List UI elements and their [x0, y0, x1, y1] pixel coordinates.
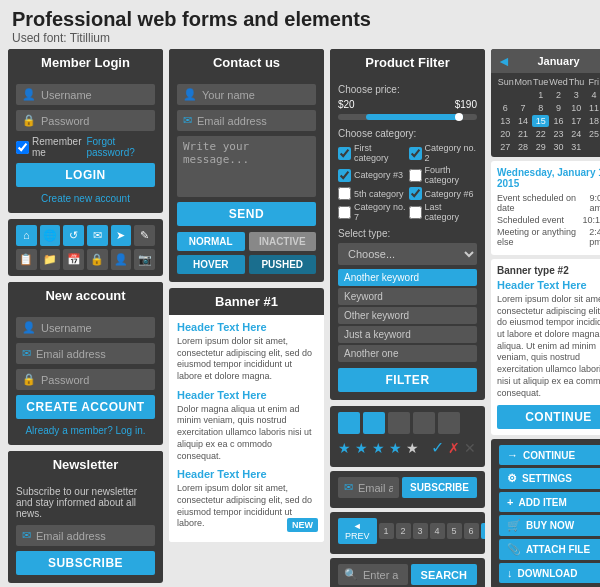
sub-email-input[interactable] — [358, 482, 393, 494]
cal-day-20[interactable]: 18 — [586, 115, 600, 127]
keyword-3[interactable]: Other keyword — [338, 307, 477, 324]
btn-normal[interactable]: NORMAL — [177, 232, 245, 251]
cal-day-23[interactable]: 21 — [515, 128, 532, 140]
new-username-input[interactable] — [41, 322, 149, 334]
action-btn-continue[interactable]: →CONTINUE — [499, 445, 600, 465]
cal-day-26[interactable]: 24 — [568, 128, 585, 140]
page-4[interactable]: 4 — [430, 523, 445, 539]
cal-day-18[interactable]: 16 — [550, 115, 567, 127]
cat-5-check[interactable] — [338, 187, 351, 200]
cal-day-30[interactable]: 28 — [515, 141, 532, 153]
type-select[interactable]: Choose... — [338, 243, 477, 265]
cal-day-15[interactable]: 13 — [497, 115, 514, 127]
cal-day-19[interactable]: 17 — [568, 115, 585, 127]
action-btn-settings[interactable]: ⚙SETTINGS — [499, 468, 600, 489]
new-password-input[interactable] — [41, 374, 149, 386]
newsletter-subscribe-button[interactable]: SUBSCRIBE — [16, 551, 155, 575]
cat-7-check[interactable] — [338, 206, 351, 219]
icon-edit[interactable]: ✎ — [134, 225, 155, 246]
cal-day-4[interactable]: 2 — [550, 89, 567, 101]
cat-3-check[interactable] — [338, 169, 351, 182]
icon-calendar[interactable]: 📅 — [63, 249, 84, 270]
page-8[interactable]: 8 — [481, 523, 485, 539]
contact-name-input[interactable] — [202, 89, 310, 101]
prev-button[interactable]: ◄ PREV — [338, 518, 377, 544]
star-3[interactable]: ★ — [372, 440, 385, 456]
cat-1-check[interactable] — [338, 147, 351, 160]
star-2[interactable]: ★ — [355, 440, 368, 456]
action-btn-buy-now[interactable]: 🛒BUY NOW — [499, 515, 600, 536]
login-link[interactable]: Already a member? Log in. — [25, 425, 145, 436]
cal-day-29[interactable]: 27 — [497, 141, 514, 153]
cat-8-check[interactable] — [409, 206, 422, 219]
btn-pushed[interactable]: PUSHED — [249, 255, 317, 274]
icon-arrow[interactable]: ➤ — [111, 225, 132, 246]
contact-send-button[interactable]: SEND — [177, 202, 316, 226]
page-6[interactable]: 6 — [464, 523, 479, 539]
subscribe-button[interactable]: SUBSCRIBE — [402, 477, 477, 498]
search-button[interactable]: SEARCH — [411, 564, 477, 585]
action-btn-attach-file[interactable]: 📎ATTACH FILE — [499, 539, 600, 560]
btn-hover[interactable]: HOVER — [177, 255, 245, 274]
cal-day-12[interactable]: 10 — [568, 102, 585, 114]
thumb-1[interactable] — [338, 412, 360, 434]
star-4[interactable]: ★ — [389, 440, 402, 456]
cal-day-3[interactable]: 1 — [532, 89, 549, 101]
icon-globe[interactable]: 🌐 — [40, 225, 61, 246]
page-2[interactable]: 2 — [396, 523, 411, 539]
action-btn-add-item[interactable]: +ADD ITEM — [499, 492, 600, 512]
slider-thumb[interactable] — [455, 113, 463, 121]
username-input[interactable] — [41, 89, 149, 101]
cal-day-17[interactable]: 15 — [532, 115, 549, 127]
cal-day-24[interactable]: 22 — [532, 128, 549, 140]
icon-folder[interactable]: 📁 — [40, 249, 61, 270]
cal-day-31[interactable]: 29 — [532, 141, 549, 153]
login-button[interactable]: LOGIN — [16, 163, 155, 187]
page-3[interactable]: 3 — [413, 523, 428, 539]
cal-day-10[interactable]: 8 — [532, 102, 549, 114]
cal-day-9[interactable]: 7 — [515, 102, 532, 114]
cal-day-8[interactable]: 6 — [497, 102, 514, 114]
star-5[interactable]: ★ — [406, 440, 419, 456]
page-5[interactable]: 5 — [447, 523, 462, 539]
cal-day-11[interactable]: 9 — [550, 102, 567, 114]
keyword-4[interactable]: Just a keyword — [338, 326, 477, 343]
cat-4-check[interactable] — [409, 169, 422, 182]
icon-user[interactable]: 👤 — [111, 249, 132, 270]
keyword-1[interactable]: Another keyword — [338, 269, 477, 286]
cal-day-33[interactable]: 31 — [568, 141, 585, 153]
thumb-5[interactable] — [438, 412, 460, 434]
contact-message-textarea[interactable] — [183, 140, 310, 190]
cal-prev-button[interactable]: ◄ — [497, 53, 511, 69]
search-input[interactable] — [363, 569, 402, 581]
cal-day-13[interactable]: 11 — [586, 102, 600, 114]
cal-day-25[interactable]: 23 — [550, 128, 567, 140]
cal-day-16[interactable]: 14 — [515, 115, 532, 127]
password-input[interactable] — [41, 115, 149, 127]
forgot-link[interactable]: Forgot password? — [86, 136, 155, 158]
icon-clipboard[interactable]: 📋 — [16, 249, 37, 270]
action-btn-download[interactable]: ↓DOWNLOAD — [499, 563, 600, 583]
remember-checkbox[interactable] — [16, 141, 29, 154]
icon-home[interactable]: ⌂ — [16, 225, 37, 246]
contact-email-input[interactable] — [197, 115, 310, 127]
page-1[interactable]: 1 — [379, 523, 394, 539]
icon-mail[interactable]: ✉ — [87, 225, 108, 246]
icon-lock[interactable]: 🔒 — [87, 249, 108, 270]
cal-day-22[interactable]: 20 — [497, 128, 514, 140]
icon-camera[interactable]: 📷 — [134, 249, 155, 270]
icon-refresh[interactable]: ↺ — [63, 225, 84, 246]
newsletter-email-input[interactable] — [36, 530, 149, 542]
cal-day-27[interactable]: 25 — [586, 128, 600, 140]
price-slider[interactable] — [338, 114, 477, 120]
star-1[interactable]: ★ — [338, 440, 351, 456]
remember-label[interactable]: Remember me — [16, 136, 86, 158]
cat-6-check[interactable] — [409, 187, 422, 200]
keyword-2[interactable]: Keyword — [338, 288, 477, 305]
create-account-link[interactable]: Create new account — [41, 193, 130, 204]
create-account-button[interactable]: CREATE ACCOUNT — [16, 395, 155, 419]
banner2-continue-button[interactable]: CONTINUE — [497, 405, 600, 429]
thumb-3[interactable] — [388, 412, 410, 434]
cal-day-6[interactable]: 4 — [586, 89, 600, 101]
new-email-input[interactable] — [36, 348, 149, 360]
